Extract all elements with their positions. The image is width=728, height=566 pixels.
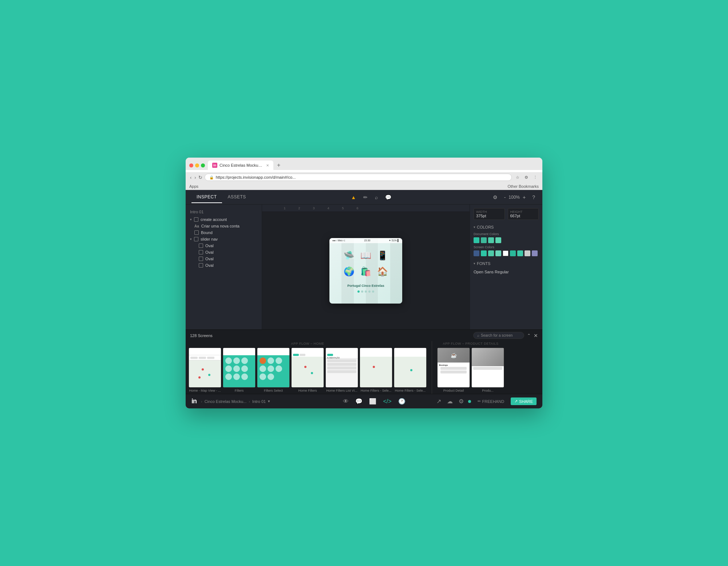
comment-btn[interactable]: 💬: [354, 396, 364, 406]
screen-color-5[interactable]: [503, 250, 509, 256]
screen-color-8[interactable]: [525, 250, 530, 256]
screen-thumb-img-product-detail: ☕ Booinga: [437, 348, 470, 388]
colors-section-header[interactable]: ▾ COLORS: [474, 225, 539, 229]
sidebar-item-bound[interactable]: Bound: [186, 229, 262, 236]
sidebar: Intro 01 ▾ create account Aa Criar uma n…: [186, 205, 262, 329]
settings-btn[interactable]: ⚙: [491, 193, 499, 202]
screen-thumb-home-filters[interactable]: Home Filters: [291, 348, 324, 392]
product-flow-label: APP FLOW – PRODUCT DETAILS: [434, 341, 507, 346]
address-field[interactable]: 🔒 https://projects.invisionapp.com/d/mai…: [205, 174, 512, 181]
close-screens-btn[interactable]: ✕: [534, 333, 538, 339]
screen-thumb-img-filters: [223, 348, 256, 388]
browser-controls: in Cinco Estrelas Mockups Inspe... ✕ +: [189, 161, 539, 170]
dot-5: [372, 290, 374, 293]
width-label: WIDTH: [476, 210, 502, 214]
tab-favicon: in: [212, 163, 217, 168]
screen-thumb-product-2[interactable]: Produ...: [471, 348, 504, 392]
sidebar-item-criar[interactable]: Aa Criar uma nova conta: [186, 223, 262, 229]
mini-filter-dot: [276, 365, 282, 372]
sidebar-item-slider-nav[interactable]: ▾ slider nav: [186, 236, 262, 242]
collapse-screens-btn[interactable]: ⌃: [527, 333, 531, 338]
screen-thumb-map[interactable]: Home - Map View - ...: [189, 348, 221, 392]
sidebar-item-oval-1[interactable]: Oval: [186, 242, 262, 249]
url-text: https://projects.invisionapp.com/d/main#…: [216, 175, 296, 179]
mini-filter-dot: [241, 357, 248, 364]
mini-map-bg: [292, 357, 324, 387]
mini-screen-map: [189, 348, 221, 387]
pencil-tool[interactable]: ✏: [362, 193, 369, 202]
assets-tab[interactable]: ASSETS: [223, 191, 251, 203]
tab-close-btn[interactable]: ✕: [266, 163, 269, 167]
screen-thumb-label: Home Filters - Sele...: [360, 389, 392, 392]
help-btn[interactable]: ?: [531, 193, 537, 202]
screen-color-1[interactable]: [474, 250, 479, 256]
minimize-window-btn[interactable]: [195, 163, 199, 167]
star-btn[interactable]: ☆: [514, 174, 521, 181]
screen-color-6[interactable]: [510, 250, 516, 256]
phone-screen: ●●○ Meo ⊂ 15:30 ✦ 51% ▌ 🛸: [329, 238, 402, 304]
mini-list-item: [327, 367, 356, 369]
settings-btn[interactable]: ⚙: [457, 396, 465, 406]
mini-list-item: [440, 367, 467, 370]
freehand-label: FREEHAND: [482, 399, 505, 404]
extensions-btn[interactable]: ⚙: [523, 174, 530, 181]
cloud-btn[interactable]: ☁: [446, 396, 454, 406]
zoom-out-btn[interactable]: -: [503, 193, 507, 202]
screen-thumb-home-filters-select-1[interactable]: Home Filters - Sele...: [360, 348, 392, 392]
comment-tool[interactable]: 💬: [384, 193, 393, 202]
share-network-btn[interactable]: ↗: [435, 396, 443, 406]
dimensions-row: WIDTH 375pt HEIGHT 667pt: [474, 208, 539, 220]
color-swatch-1[interactable]: [474, 237, 479, 243]
screen-thumb-home-filters-select-2[interactable]: Home Filters - Sele...: [394, 348, 427, 392]
close-window-btn[interactable]: [189, 163, 193, 167]
color-swatch-3[interactable]: [488, 237, 494, 243]
search-tool[interactable]: ⌕: [373, 193, 379, 202]
active-tab[interactable]: in Cinco Estrelas Mockups Inspe... ✕: [208, 161, 273, 170]
mini-filter-dot: [225, 365, 232, 372]
sidebar-item-create-account[interactable]: ▾ create account: [186, 216, 262, 223]
menu-btn[interactable]: ⋮: [531, 174, 539, 181]
canvas-content[interactable]: ●●○ Meo ⊂ 15:30 ✦ 51% ▌ 🛸: [262, 212, 470, 329]
color-swatch-2[interactable]: [481, 237, 487, 243]
screen-thumb-filters[interactable]: Filters: [223, 348, 256, 392]
sidebar-item-oval-4[interactable]: Oval: [186, 262, 262, 269]
code-btn[interactable]: </>: [381, 397, 393, 406]
inspect-tab[interactable]: INSPECT: [191, 191, 222, 203]
mini-header: [223, 348, 255, 355]
breadcrumb-dropdown-icon[interactable]: ▾: [268, 399, 270, 404]
browser-tabs: in Cinco Estrelas Mockups Inspe... ✕ +: [208, 161, 283, 170]
history-btn[interactable]: 🕐: [397, 396, 407, 406]
mini-nav-btn: [207, 357, 214, 359]
search-input-bar[interactable]: ⌕ Search for a screen: [473, 332, 524, 339]
share-btn[interactable]: ↗ SHARE: [511, 397, 537, 405]
refresh-btn[interactable]: ↻: [198, 174, 202, 181]
fonts-section-header[interactable]: ▾ FONTS: [474, 261, 539, 266]
mini-filter-row: [292, 353, 324, 357]
mini-map-dot: [410, 369, 412, 371]
back-btn[interactable]: ‹: [189, 174, 192, 181]
screen-color-7[interactable]: [517, 250, 523, 256]
forward-btn[interactable]: ›: [194, 174, 197, 181]
pointer-tool[interactable]: ▲: [349, 193, 357, 202]
sidebar-item-oval-2[interactable]: Oval: [186, 249, 262, 256]
mini-product-image-2: [472, 348, 504, 366]
maximize-window-btn[interactable]: [201, 163, 205, 167]
screen-color-2[interactable]: [481, 250, 487, 256]
screen-color-3[interactable]: [488, 250, 494, 256]
sidebar-item-oval-3[interactable]: Oval: [186, 256, 262, 262]
freehand-btn[interactable]: ✏ FREEHAND: [474, 397, 508, 405]
apps-label[interactable]: Apps: [189, 184, 198, 189]
screen-color-9[interactable]: [532, 250, 538, 256]
screen-btn[interactable]: ⬜: [368, 396, 378, 406]
screen-thumb-filters-select[interactable]: Filters Select: [257, 348, 290, 392]
screen-color-4[interactable]: [495, 250, 501, 256]
new-tab-btn[interactable]: +: [274, 161, 283, 170]
screen-thumb-img-home-filters: [291, 348, 324, 388]
screen-thumb-product-detail[interactable]: ☕ Booinga Product Detail: [437, 348, 470, 392]
mini-screen-home-filters: [292, 348, 324, 387]
color-swatch-4[interactable]: [495, 237, 501, 243]
screen-thumb-home-filters-list[interactable]: ALIMENTAÇÃO Home Filters List Vi...: [325, 348, 358, 392]
other-bookmarks-label[interactable]: Other Bookmarks: [507, 184, 539, 189]
zoom-in-btn[interactable]: +: [521, 193, 527, 202]
preview-btn[interactable]: 👁: [341, 397, 350, 406]
